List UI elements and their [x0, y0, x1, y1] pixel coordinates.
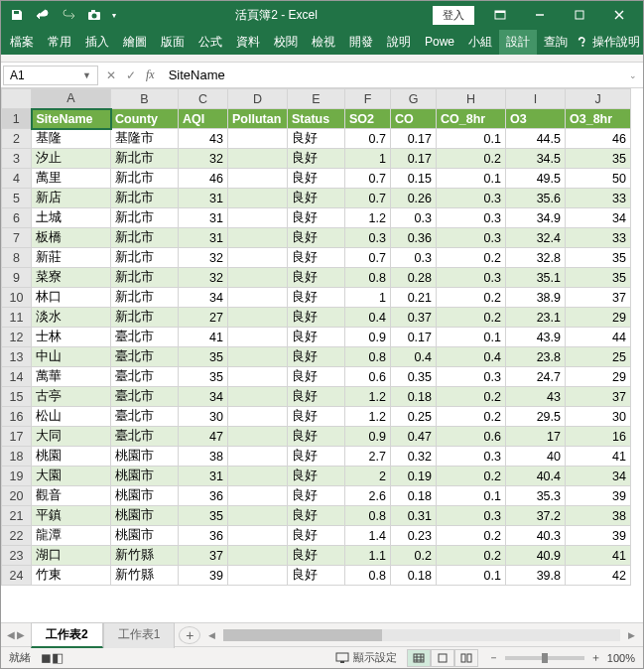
cell-24-B[interactable]: 新竹縣	[111, 566, 179, 586]
close-button[interactable]	[599, 1, 639, 29]
chevron-down-icon[interactable]: ▼	[82, 70, 91, 80]
cell-18-G[interactable]: 0.32	[391, 447, 437, 467]
cell-17-G[interactable]: 0.47	[391, 427, 437, 447]
cell-13-F[interactable]: 0.8	[345, 347, 391, 367]
row-header-15[interactable]: 15	[2, 387, 32, 407]
cell-18-A[interactable]: 桃園	[32, 447, 111, 467]
cell-16-G[interactable]: 0.25	[391, 407, 437, 427]
cell-6-I[interactable]: 34.9	[506, 208, 566, 228]
col-header-H[interactable]: H	[437, 89, 506, 109]
zoom-level[interactable]: 100%	[607, 652, 635, 664]
cell-7-E[interactable]: 良好	[288, 228, 345, 248]
ribbon-tab-11[interactable]: Powe	[418, 31, 461, 53]
cell-19-B[interactable]: 桃園市	[111, 467, 179, 486]
cell-15-F[interactable]: 1.2	[345, 387, 391, 407]
cell-5-C[interactable]: 31	[179, 189, 228, 208]
cell-5-D[interactable]	[228, 189, 288, 208]
cell-19-H[interactable]: 0.2	[437, 467, 506, 486]
cell-19-G[interactable]: 0.19	[391, 467, 437, 486]
display-settings[interactable]: 顯示設定	[335, 650, 397, 665]
cell-2-G[interactable]: 0.17	[391, 129, 437, 149]
cell-12-H[interactable]: 0.1	[437, 328, 506, 347]
cell-12-I[interactable]: 43.9	[506, 328, 566, 347]
cell-20-J[interactable]: 39	[566, 486, 631, 506]
sheet-tab-0[interactable]: 工作表2	[31, 622, 103, 648]
cell-18-F[interactable]: 2.7	[345, 447, 391, 467]
cell-19-J[interactable]: 34	[566, 467, 631, 486]
cell-header-2[interactable]: AQI	[179, 109, 228, 129]
zoom-out-button[interactable]: －	[488, 650, 499, 665]
tell-me[interactable]: 操作說明	[577, 34, 640, 51]
row-header-6[interactable]: 6	[2, 208, 32, 228]
cell-header-4[interactable]: Status	[288, 109, 345, 129]
cell-21-A[interactable]: 平鎮	[32, 506, 111, 526]
cell-14-J[interactable]: 29	[566, 367, 631, 387]
cell-9-J[interactable]: 35	[566, 268, 631, 288]
row-header-1[interactable]: 1	[2, 109, 32, 129]
cell-21-G[interactable]: 0.31	[391, 506, 437, 526]
cell-16-C[interactable]: 30	[179, 407, 228, 427]
cell-10-G[interactable]: 0.21	[391, 288, 437, 308]
col-header-D[interactable]: D	[228, 89, 288, 109]
cell-11-J[interactable]: 29	[566, 308, 631, 328]
cell-6-F[interactable]: 1.2	[345, 208, 391, 228]
cell-16-H[interactable]: 0.2	[437, 407, 506, 427]
cell-17-E[interactable]: 良好	[288, 427, 345, 447]
cell-18-B[interactable]: 桃園市	[111, 447, 179, 467]
cell-15-A[interactable]: 古亭	[32, 387, 111, 407]
cell-22-F[interactable]: 1.4	[345, 526, 391, 546]
cell-24-J[interactable]: 42	[566, 566, 631, 586]
cell-8-E[interactable]: 良好	[288, 248, 345, 268]
cell-7-H[interactable]: 0.3	[437, 228, 506, 248]
cell-15-B[interactable]: 臺北市	[111, 387, 179, 407]
cell-16-I[interactable]: 29.5	[506, 407, 566, 427]
cell-4-C[interactable]: 46	[179, 169, 228, 189]
cell-header-1[interactable]: County	[111, 109, 179, 129]
cell-22-J[interactable]: 39	[566, 526, 631, 546]
col-header-J[interactable]: J	[566, 89, 631, 109]
cell-6-H[interactable]: 0.3	[437, 208, 506, 228]
cell-23-I[interactable]: 40.9	[506, 546, 566, 566]
cell-18-I[interactable]: 40	[506, 447, 566, 467]
cell-17-D[interactable]	[228, 427, 288, 447]
cell-15-E[interactable]: 良好	[288, 387, 345, 407]
cell-19-I[interactable]: 40.4	[506, 467, 566, 486]
cell-9-D[interactable]	[228, 268, 288, 288]
row-header-16[interactable]: 16	[2, 407, 32, 427]
cell-4-E[interactable]: 良好	[288, 169, 345, 189]
cell-13-C[interactable]: 35	[179, 347, 228, 367]
cell-20-C[interactable]: 36	[179, 486, 228, 506]
cell-13-H[interactable]: 0.4	[437, 347, 506, 367]
cell-20-A[interactable]: 觀音	[32, 486, 111, 506]
ribbon-options-button[interactable]	[480, 1, 520, 29]
cell-14-I[interactable]: 24.7	[506, 367, 566, 387]
row-header-17[interactable]: 17	[2, 427, 32, 447]
cell-20-G[interactable]: 0.18	[391, 486, 437, 506]
cell-10-F[interactable]: 1	[345, 288, 391, 308]
cell-5-E[interactable]: 良好	[288, 189, 345, 208]
cell-16-A[interactable]: 松山	[32, 407, 111, 427]
cell-19-F[interactable]: 2	[345, 467, 391, 486]
ribbon-tab-8[interactable]: 檢視	[305, 30, 342, 55]
cell-12-E[interactable]: 良好	[288, 328, 345, 347]
cell-22-E[interactable]: 良好	[288, 526, 345, 546]
cell-20-D[interactable]	[228, 486, 288, 506]
zoom-in-button[interactable]: ＋	[590, 650, 601, 665]
cell-9-B[interactable]: 新北市	[111, 268, 179, 288]
cell-header-0[interactable]: SiteName	[32, 109, 111, 129]
cell-10-B[interactable]: 新北市	[111, 288, 179, 308]
cell-9-H[interactable]: 0.3	[437, 268, 506, 288]
cell-10-A[interactable]: 林口	[32, 288, 111, 308]
cell-22-A[interactable]: 龍潭	[32, 526, 111, 546]
cell-4-H[interactable]: 0.1	[437, 169, 506, 189]
spreadsheet-grid[interactable]: ABCDEFGHIJ1SiteNameCountyAQIPollutanStat…	[1, 88, 643, 622]
cell-3-E[interactable]: 良好	[288, 149, 345, 169]
formula-input[interactable]	[163, 67, 623, 82]
cell-16-B[interactable]: 臺北市	[111, 407, 179, 427]
cell-2-D[interactable]	[228, 129, 288, 149]
cell-22-D[interactable]	[228, 526, 288, 546]
ribbon-tab-2[interactable]: 插入	[78, 30, 116, 55]
cell-24-C[interactable]: 39	[179, 566, 228, 586]
cell-24-G[interactable]: 0.18	[391, 566, 437, 586]
cell-12-A[interactable]: 士林	[32, 328, 111, 347]
